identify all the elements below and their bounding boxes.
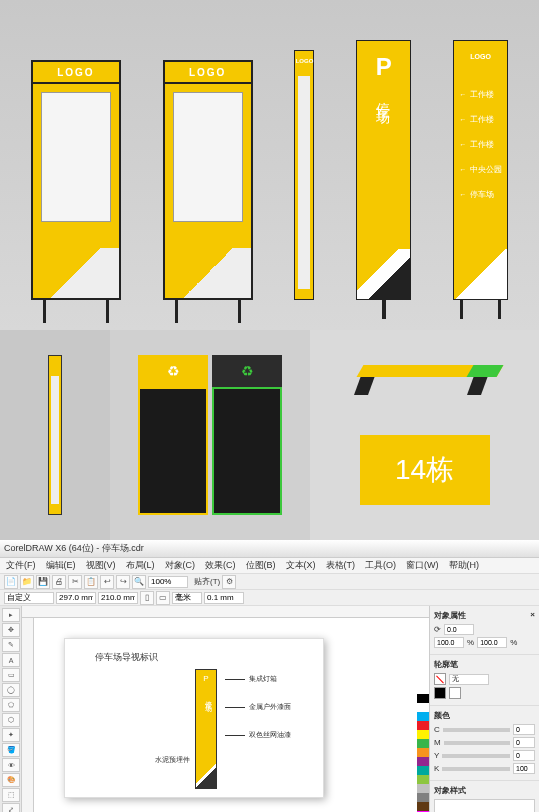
menu-help[interactable]: 帮助(H) [449,559,480,572]
coreldraw-editor: CorelDRAW X6 (64位) - 停车场.cdr 文件(F) 编辑(E)… [0,540,539,812]
print-icon[interactable]: 🖨 [52,575,66,589]
menu-file[interactable]: 文件(F) [6,559,36,572]
outline-panel: 轮廓笔 [430,655,539,706]
open-icon[interactable]: 📁 [20,575,34,589]
palette-swatch[interactable] [417,721,429,730]
c-slider[interactable]: C [434,724,535,735]
palette-swatch[interactable] [417,739,429,748]
redo-icon[interactable]: ↪ [116,575,130,589]
nudge-input[interactable] [204,592,244,604]
parking-sign: P 停车场 [356,40,411,300]
menu-bitmap[interactable]: 位图(B) [246,559,276,572]
y-slider[interactable]: Y [434,750,535,761]
canvas[interactable]: 停车场导视标识 P 停车场 集成灯箱 金属户外漆面 双色丝网油漆 水泥预埋件 [34,618,429,812]
fill-tool-icon[interactable]: 🪣 [2,743,20,757]
pick-tool-icon[interactable]: ▸ [2,608,20,622]
scalex-input[interactable] [434,637,464,648]
palette-swatch[interactable] [417,766,429,775]
canvas-area[interactable]: 停车场导视标识 P 停车场 集成灯箱 金属户外漆面 双色丝网油漆 水泥预埋件 [22,606,429,812]
palette-swatch[interactable] [417,703,429,712]
dir-logo: LOGO [470,53,491,69]
color-panel: 颜色 C M Y K [430,706,539,781]
k-slider[interactable]: K [434,763,535,774]
bin-body [212,387,282,515]
rectangle-tool-icon[interactable]: ▭ [2,668,20,682]
page-width-input[interactable] [56,592,96,604]
undo-icon[interactable]: ↩ [100,575,114,589]
menu-tools[interactable]: 工具(O) [365,559,396,572]
baseline-callout: 水泥预埋件 [155,755,190,765]
palette-swatch[interactable] [417,712,429,721]
pylon-sign: LOGO [294,50,314,300]
outline-tool-icon[interactable]: 🎨 [2,773,20,787]
paste-icon[interactable]: 📋 [84,575,98,589]
canvas-parking-sign[interactable]: P 停车场 [195,669,217,789]
page-height-input[interactable] [98,592,138,604]
outline-swatch[interactable] [449,687,461,699]
new-icon[interactable]: 📄 [4,575,18,589]
palette-swatch[interactable] [417,784,429,793]
scaley-input[interactable] [477,637,507,648]
ellipse-tool-icon[interactable]: ◯ [2,683,20,697]
menu-effects[interactable]: 效果(C) [205,559,236,572]
artboard[interactable]: 停车场导视标识 P 停车场 集成灯箱 金属户外漆面 双色丝网油漆 水泥预埋件 [64,638,324,798]
text-tool-icon[interactable]: A [2,653,20,667]
paper-preset[interactable] [4,592,54,604]
menu-window[interactable]: 窗口(W) [406,559,439,572]
map-signboard-2: LOGO [163,60,253,300]
m-slider[interactable]: M [434,737,535,748]
units-input[interactable] [172,592,202,604]
close-icon[interactable]: × [530,610,535,621]
editor-body: ▸ ✥ ✎ A ▭ ◯ ⬠ ⬡ ✦ 🪣 👁 🎨 ⬚ ⤢ 停车场导视标识 P [0,606,539,812]
save-icon[interactable]: 💾 [36,575,50,589]
star-tool-icon[interactable]: ✦ [2,728,20,742]
callout-line: 集成灯箱 [225,674,291,684]
palette-swatch[interactable] [417,802,429,811]
panel-header[interactable]: 对象属性× [434,610,535,621]
cell-bins: ♻ ♻ [110,330,310,540]
menu-object[interactable]: 对象(C) [165,559,196,572]
menu-layout[interactable]: 布局(L) [126,559,155,572]
palette-swatch[interactable] [417,730,429,739]
options-icon[interactable]: ⚙ [222,575,236,589]
polygon-tool-icon[interactable]: ⬠ [2,698,20,712]
menu-view[interactable]: 视图(V) [86,559,116,572]
eyedropper-tool-icon[interactable]: 👁 [2,758,20,772]
portrait-icon[interactable]: ▯ [140,591,154,605]
palette-swatch[interactable] [417,748,429,757]
mini-pylon [48,355,62,515]
palette-swatch[interactable] [417,757,429,766]
styles-list[interactable] [434,799,535,812]
standard-toolbar: 📄 📁 💾 🖨 ✂ 📋 ↩ ↪ 🔍 贴齐(T) ⚙ [0,574,539,590]
directory-sign: LOGO ←工作楼 ←工作楼 ←工作楼 ←中央公园 ←停车场 [453,40,508,300]
palette-swatch[interactable] [417,694,429,703]
palette-swatch[interactable] [417,775,429,784]
dir-items: ←工作楼 ←工作楼 ←工作楼 ←中央公园 ←停车场 [460,89,502,200]
parking-p-icon: P [376,53,392,81]
interactive-tool-icon[interactable]: ⬚ [2,788,20,802]
arrow-icon: ← [460,166,467,173]
zoom-input[interactable] [148,576,188,588]
menu-table[interactable]: 表格(T) [326,559,356,572]
panel-header[interactable]: 颜色 [434,710,535,721]
panel-header[interactable]: 轮廓笔 [434,659,535,670]
palette-swatch[interactable] [417,793,429,802]
cut-icon[interactable]: ✂ [68,575,82,589]
fill-swatch[interactable] [434,687,446,699]
basicshape-tool-icon[interactable]: ⬡ [2,713,20,727]
snap-label[interactable]: 贴齐(T) [194,576,220,587]
sign-legs [175,298,241,323]
crop-tool-icon[interactable]: ⤢ [2,803,20,812]
landscape-icon[interactable]: ▭ [156,591,170,605]
menu-text[interactable]: 文本(X) [286,559,316,572]
callout-line: 金属户外漆面 [225,702,291,712]
shape-tool-icon[interactable]: ✥ [2,623,20,637]
logo-bar: LOGO [165,62,251,84]
freehand-tool-icon[interactable]: ✎ [2,638,20,652]
outline-width-input[interactable] [449,674,489,685]
rotation-input[interactable] [444,624,474,635]
panel-header[interactable]: 对象样式 [434,785,535,796]
no-outline-swatch[interactable] [434,673,446,685]
zoom-icon[interactable]: 🔍 [132,575,146,589]
menu-edit[interactable]: 编辑(E) [46,559,76,572]
